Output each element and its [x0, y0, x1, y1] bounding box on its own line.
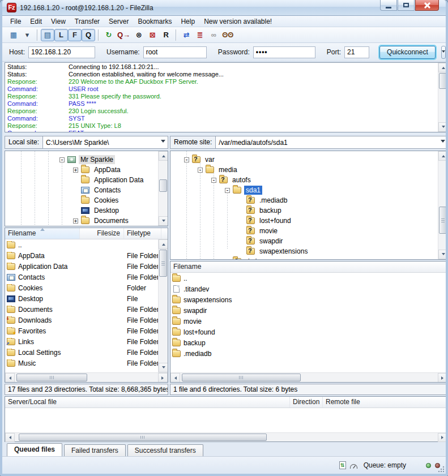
menu-item[interactable]: Bookmarks: [133, 16, 176, 27]
scroll-right-button[interactable]: [438, 433, 447, 442]
menu-item[interactable]: Transfer: [70, 16, 104, 27]
tree-item-label[interactable]: Mr Sparkle: [79, 155, 115, 164]
toolbar-separator[interactable]: [98, 29, 99, 41]
tree-item[interactable]: Mr Sparkle: [5, 155, 157, 165]
scroll-down-button[interactable]: [159, 216, 168, 226]
menu-item[interactable]: Server: [104, 16, 133, 27]
scroll-up-button[interactable]: [159, 151, 168, 161]
file-row[interactable]: backup: [170, 337, 447, 348]
local-list-vertical-scrollbar[interactable]: [158, 239, 168, 372]
close-button[interactable]: [415, 0, 439, 11]
tree-item[interactable]: lost+found: [170, 216, 437, 226]
tree-item[interactable]: autofs: [170, 175, 437, 185]
maximize-button[interactable]: [398, 0, 415, 11]
menu-item[interactable]: File: [6, 16, 25, 27]
site-manager-dropdown-icon[interactable]: ▾: [20, 29, 34, 41]
minimize-button[interactable]: [380, 0, 397, 11]
tab[interactable]: Successful transfers: [127, 444, 203, 456]
scroll-left-button[interactable]: [170, 373, 180, 383]
tree-item[interactable]: AppData: [5, 165, 157, 175]
tree-item-label[interactable]: dvd: [244, 257, 258, 260]
file-row[interactable]: Desktop File: [5, 293, 158, 304]
scroll-down-button[interactable]: [159, 363, 168, 372]
queue-horizontal-scrollbar[interactable]: [5, 432, 447, 441]
directory-listing-icon[interactable]: ≣: [193, 29, 207, 41]
directory-comparison-icon[interactable]: ⇄: [180, 29, 193, 41]
tree-item[interactable]: movie: [170, 226, 437, 236]
scroll-up-button[interactable]: [438, 151, 448, 161]
tree-item[interactable]: Desktop: [5, 205, 157, 216]
expander-icon[interactable]: [73, 218, 78, 224]
title-bar[interactable]: Fz 192.168.1.20 - root@192.168.1.20 - Fi…: [2, 0, 446, 16]
file-row[interactable]: Links File Folder: [5, 336, 158, 347]
column-header-remote-file[interactable]: Remote file: [323, 397, 447, 408]
chevron-down-icon[interactable]: [158, 136, 168, 148]
toolbar-separator[interactable]: [37, 29, 38, 41]
tree-item[interactable]: .mediadb: [170, 195, 437, 205]
menu-item[interactable]: Edit: [25, 16, 46, 27]
column-header-filename[interactable]: Filename: [5, 228, 80, 239]
file-row[interactable]: Favorites File Folder: [5, 325, 158, 336]
file-row[interactable]: Local Settings File Folder: [5, 347, 158, 358]
host-input[interactable]: [28, 46, 95, 58]
scroll-thumb[interactable]: [159, 250, 167, 277]
tree-item-label[interactable]: autofs: [231, 175, 253, 185]
tree-item-label[interactable]: Cookies: [92, 196, 120, 205]
file-row[interactable]: swapdir: [170, 305, 447, 316]
tree-item-label[interactable]: .mediadb: [258, 196, 289, 205]
tree-item-label[interactable]: Contacts: [92, 186, 122, 195]
local-list-horizontal-scrollbar[interactable]: [5, 372, 168, 382]
column-header-direction[interactable]: Direction: [290, 397, 323, 408]
tree-item[interactable]: swapextensions: [170, 246, 437, 256]
menu-item[interactable]: View: [46, 16, 70, 27]
file-row[interactable]: Music File Folder: [5, 358, 158, 368]
tab[interactable]: Failed transfers: [64, 444, 126, 456]
port-input[interactable]: [344, 46, 369, 58]
expander-icon[interactable]: [211, 178, 216, 183]
quickconnect-button[interactable]: Quickconnect: [379, 46, 436, 59]
menu-item[interactable]: New version available!: [199, 16, 276, 27]
tab[interactable]: Queued files: [7, 443, 62, 456]
tree-item-label[interactable]: swapdir: [258, 237, 284, 246]
tree-item-label[interactable]: swapextensions: [258, 247, 309, 256]
file-row[interactable]: Application Data File Folder: [5, 261, 158, 272]
file-row[interactable]: ..: [5, 239, 158, 250]
tree-item[interactable]: Cookies: [5, 195, 157, 205]
tree-item-label[interactable]: movie: [258, 226, 279, 235]
reconnect-icon[interactable]: R: [159, 29, 173, 41]
tree-item[interactable]: dvd: [170, 256, 437, 260]
expander-icon[interactable]: [73, 168, 78, 173]
transfer-type-icon[interactable]: [339, 461, 346, 469]
file-row[interactable]: Contacts File Folder: [5, 272, 158, 282]
tree-item-label[interactable]: backup: [258, 206, 283, 215]
expander-icon[interactable]: [225, 188, 230, 193]
toggle-queue-icon[interactable]: Q: [82, 29, 95, 41]
file-row[interactable]: ..: [170, 273, 447, 284]
find-files-icon[interactable]: ʘʘ: [220, 29, 235, 41]
disconnect-icon[interactable]: ⊠: [146, 29, 159, 41]
speed-limits-icon[interactable]: [350, 464, 357, 469]
scroll-down-button[interactable]: [438, 122, 448, 132]
local-site-combobox[interactable]: C:\Users\Mr Sparkle\: [43, 136, 168, 149]
toolbar-separator[interactable]: [176, 29, 177, 41]
username-input[interactable]: [143, 46, 207, 58]
file-row[interactable]: Downloads File Folder: [5, 315, 158, 325]
resize-grip[interactable]: [438, 466, 445, 473]
scroll-right-button[interactable]: [438, 373, 447, 383]
scroll-thumb[interactable]: [19, 434, 267, 441]
scroll-thumb[interactable]: [159, 179, 167, 192]
chevron-down-icon[interactable]: [438, 136, 447, 148]
remote-list-horizontal-scrollbar[interactable]: [170, 372, 447, 382]
file-row[interactable]: movie: [170, 316, 447, 327]
toggle-local-tree-icon[interactable]: L: [54, 29, 68, 41]
scroll-up-button[interactable]: [159, 239, 168, 249]
scroll-thumb[interactable]: [439, 73, 447, 89]
scroll-thumb[interactable]: [182, 374, 301, 381]
log-vertical-scrollbar[interactable]: [438, 63, 447, 132]
tree-item-label[interactable]: lost+found: [258, 216, 293, 225]
file-row[interactable]: AppData File Folder: [5, 250, 158, 261]
process-queue-icon[interactable]: Q→: [116, 29, 132, 41]
local-tree-vertical-scrollbar[interactable]: [158, 151, 168, 226]
file-row[interactable]: .mediadb: [170, 348, 447, 359]
scroll-thumb[interactable]: [16, 374, 87, 381]
